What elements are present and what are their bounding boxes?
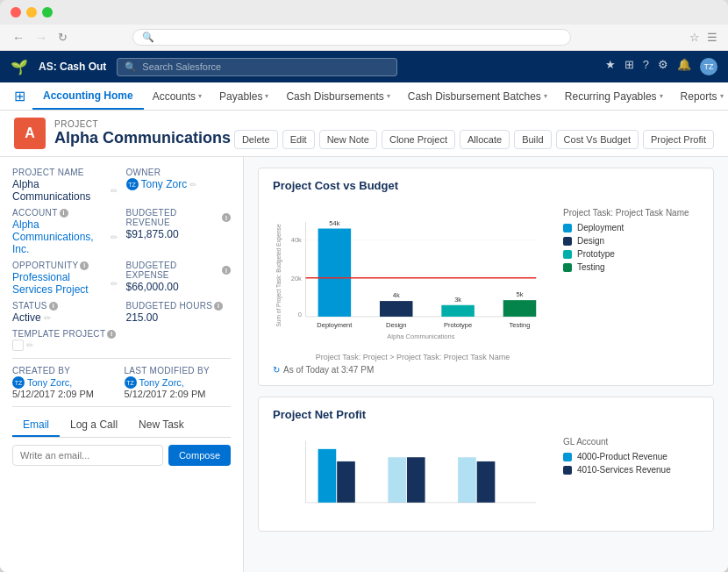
search-icon: 🔍 — [142, 32, 154, 43]
waffle-icon[interactable]: ⊞ — [625, 58, 634, 75]
checkbox — [12, 340, 24, 351]
nav-item-recurring-payables[interactable]: Recurring Payables ▾ — [556, 82, 672, 110]
help-icon[interactable]: ? — [643, 58, 649, 75]
nav-item-cash-disbursements[interactable]: Cash Disbursements ▾ — [277, 82, 398, 110]
divider — [12, 358, 231, 359]
delete-button[interactable]: Delete — [234, 130, 278, 149]
edit-pencil-icon[interactable]: ✏ — [44, 313, 51, 323]
refresh-button[interactable]: ↻ — [56, 31, 69, 44]
svg-text:Deployment: Deployment — [317, 321, 353, 329]
nav-item-payables[interactable]: Payables ▾ — [211, 82, 277, 110]
project-name-label: Project Name — [12, 168, 118, 177]
chart1-area: Sum of Project Task: Budgeted Expense 0 … — [273, 201, 699, 375]
svg-rect-29 — [477, 461, 496, 503]
info-icon: i — [60, 209, 68, 218]
status-field: Status i Active ✏ — [12, 301, 118, 324]
page-header-left: A PROJECT Alpha Communications — [14, 118, 231, 156]
traffic-light-red[interactable] — [11, 7, 21, 18]
main-content: Project Name Alpha Communications ✏ Owne… — [0, 157, 728, 572]
forward-button[interactable]: → — [33, 31, 49, 45]
legend-title: Project Task: Project Task Name — [563, 208, 699, 218]
setup-icon[interactable]: ⚙ — [658, 58, 668, 75]
svg-text:Prototype: Prototype — [444, 321, 472, 329]
menu-icon[interactable]: ☰ — [707, 31, 717, 44]
svg-text:Alpha Communications: Alpha Communications — [387, 332, 454, 340]
nav-item-accounts[interactable]: Accounts ▾ — [144, 82, 211, 110]
owner-avatar: TZ — [126, 178, 139, 190]
clone-project-button[interactable]: Clone Project — [382, 130, 455, 149]
build-button[interactable]: Build — [514, 130, 551, 149]
cost-vs-budget-button[interactable]: Cost Vs Budget — [556, 130, 639, 149]
nav-item-cash-disbursement-batches[interactable]: Cash Disbursement Batches ▾ — [399, 82, 556, 110]
legend-label-product: 4000-Product Revenue — [577, 452, 667, 461]
budgeted-expense-label: Budgeted Expense i — [126, 261, 232, 280]
edit-pencil-icon[interactable]: ✏ — [26, 340, 33, 350]
project-profit-button[interactable]: Project Profit — [643, 130, 714, 149]
info-icon: i — [222, 266, 231, 275]
nav-item-reports[interactable]: Reports ▾ — [672, 82, 728, 110]
owner-field: Owner TZ Tony Zorc ✏ — [126, 168, 232, 203]
last-modified-value: TZ Tony Zorc, — [125, 376, 232, 389]
chart1-subtitle: Project Task: Project > Project Task: Pr… — [273, 353, 553, 361]
info-icon: i — [214, 302, 223, 311]
url-bar[interactable]: 🔍 — [132, 29, 571, 46]
budgeted-hours-value: 215.00 — [126, 311, 232, 324]
notification-icon[interactable]: 🔔 — [677, 58, 691, 75]
favorites-icon[interactable]: ★ — [605, 58, 616, 75]
back-button[interactable]: ← — [11, 31, 26, 45]
sf-app: 🌱 AS: Cash Out 🔍 Search Salesforce ★ ⊞ ?… — [0, 51, 728, 572]
traffic-light-yellow[interactable] — [26, 7, 37, 18]
compose-button[interactable]: Compose — [168, 445, 231, 466]
bookmark-icon[interactable]: ☆ — [689, 31, 700, 44]
svg-text:3k: 3k — [454, 296, 461, 304]
created-by-value: TZ Tony Zorc, — [12, 376, 119, 389]
activity-tabs: Email Log a Call New Task — [12, 414, 231, 438]
svg-text:0: 0 — [298, 311, 302, 318]
edit-pencil-icon[interactable]: ✏ — [111, 232, 118, 242]
opportunity-label: Opportunity i — [12, 261, 118, 270]
budgeted-revenue-value: $91,875.00 — [126, 228, 232, 240]
account-value: Alpha Communications, Inc. ✏ — [12, 218, 118, 255]
template-project-value: ✏ — [12, 340, 231, 351]
tab-email[interactable]: Email — [12, 414, 60, 437]
sf-search-box[interactable]: 🔍 Search Salesforce — [117, 58, 397, 76]
new-note-button[interactable]: New Note — [319, 130, 377, 149]
svg-rect-28 — [458, 457, 476, 503]
edit-pencil-icon[interactable]: ✏ — [189, 180, 196, 189]
tab-log-a-call[interactable]: Log a Call — [60, 414, 128, 437]
left-panel: Project Name Alpha Communications ✏ Owne… — [0, 157, 244, 572]
email-input[interactable] — [12, 445, 163, 466]
chevron-down-icon: ▾ — [660, 92, 663, 100]
browser-toolbar: ← → ↻ 🔍 ☆ ☰ — [0, 25, 728, 51]
allocate-button[interactable]: Allocate — [460, 130, 510, 149]
traffic-light-green[interactable] — [42, 7, 53, 18]
legend-item-testing: Testing — [563, 262, 699, 272]
project-label: PROJECT — [54, 119, 231, 129]
nav-waffle[interactable]: ⊞ — [7, 82, 32, 110]
project-name-field: Project Name Alpha Communications ✏ — [12, 168, 118, 203]
browser-toolbar-icons: ☆ ☰ — [689, 31, 717, 44]
legend-item-deployment: Deployment — [563, 223, 699, 232]
created-by-field: Created By TZ Tony Zorc, 5/12/2017 2:09 … — [12, 366, 119, 399]
tab-new-task[interactable]: New Task — [128, 414, 195, 437]
budgeted-revenue-field: Budgeted Revenue i $91,875.00 — [126, 208, 232, 255]
account-label: Account i — [12, 208, 118, 218]
edit-pencil-icon[interactable]: ✏ — [111, 186, 118, 196]
edit-pencil-icon[interactable]: ✏ — [111, 279, 118, 289]
svg-text:Sum of Project Task: Budgeted : Sum of Project Task: Budgeted Expense — [275, 224, 282, 326]
created-by-label: Created By — [12, 366, 119, 375]
budgeted-expense-value: $66,000.00 — [126, 281, 232, 293]
svg-rect-26 — [388, 457, 406, 503]
user-avatar[interactable]: TZ — [700, 58, 717, 75]
legend-label-services: 4010-Services Revenue — [577, 465, 671, 475]
refresh-icon[interactable]: ↻ — [273, 365, 280, 375]
nav-item-accounting-home[interactable]: Accounting Home — [32, 82, 144, 110]
template-project-label: Template Project i — [12, 329, 231, 339]
sf-header: 🌱 AS: Cash Out 🔍 Search Salesforce ★ ⊞ ?… — [0, 51, 728, 82]
edit-button[interactable]: Edit — [282, 130, 315, 149]
chart2-legend: GL Account 4000-Product Revenue 4010-Ser… — [563, 430, 699, 478]
svg-text:20k: 20k — [291, 275, 302, 282]
info-icon: i — [49, 302, 58, 311]
legend-item-services-revenue: 4010-Services Revenue — [563, 465, 699, 475]
chart2-legend-title: GL Account — [563, 437, 699, 447]
